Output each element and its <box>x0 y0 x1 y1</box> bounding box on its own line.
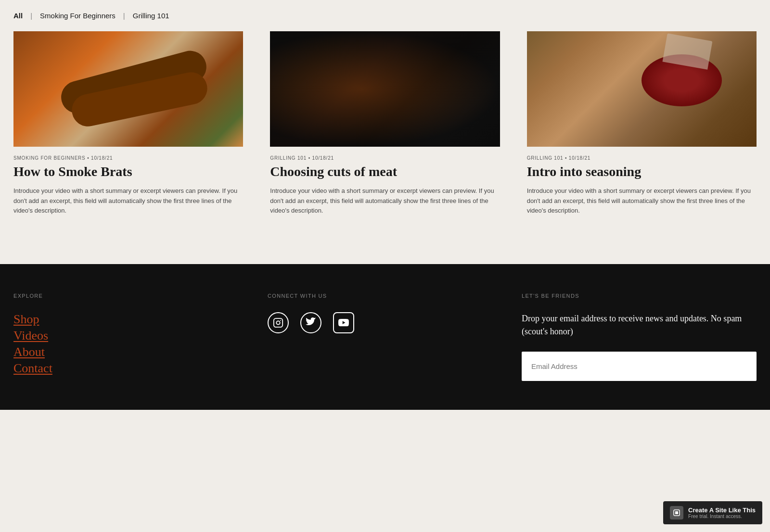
video-title-2: Choosing cuts of meat <box>270 165 500 179</box>
filter-smoking[interactable]: Smoking For Beginners <box>40 12 116 20</box>
explore-label: EXPLORE <box>13 293 248 299</box>
footer-explore: EXPLORE Shop Videos About Contact <box>13 293 248 381</box>
explore-link-videos[interactable]: Videos <box>13 329 248 343</box>
newsletter-text: Drop your email address to receive news … <box>522 312 757 338</box>
explore-link-about[interactable]: About <box>13 345 248 359</box>
friends-label: LET'S BE FRIENDS <box>522 293 757 299</box>
email-input[interactable] <box>522 352 757 381</box>
videos-link[interactable]: Videos <box>13 329 48 342</box>
svg-point-2 <box>280 320 281 321</box>
shop-link[interactable]: Shop <box>13 312 39 326</box>
svg-rect-0 <box>274 318 282 327</box>
video-category-3: GRILLING 101 • 10/18/21 <box>527 155 757 161</box>
video-card-2[interactable]: GRILLING 101 • 10/18/21 Choosing cuts of… <box>257 31 513 235</box>
video-grid: SMOKING FOR BEGINNERS • 10/18/21 How to … <box>0 31 770 264</box>
explore-link-contact[interactable]: Contact <box>13 361 248 376</box>
explore-link-shop[interactable]: Shop <box>13 312 248 327</box>
video-excerpt-2: Introduce your video with a short summar… <box>270 186 500 216</box>
video-title-3: Intro into seasoning <box>527 165 757 179</box>
video-thumbnail-1 <box>13 31 243 147</box>
filter-nav: All | Smoking For Beginners | Grilling 1… <box>0 0 770 31</box>
filter-all[interactable]: All <box>13 12 23 20</box>
video-title-1: How to Smoke Brats <box>13 165 243 179</box>
separator-1: | <box>30 12 32 20</box>
video-category-1: SMOKING FOR BEGINNERS • 10/18/21 <box>13 155 243 161</box>
instagram-icon[interactable] <box>268 312 289 333</box>
footer: EXPLORE Shop Videos About Contact CONNEC… <box>0 264 770 410</box>
video-thumbnail-3 <box>527 31 757 147</box>
footer-connect: CONNECT WITH US <box>268 293 502 381</box>
svg-point-1 <box>276 321 280 325</box>
video-category-2: GRILLING 101 • 10/18/21 <box>270 155 500 161</box>
about-link[interactable]: About <box>13 345 45 359</box>
youtube-icon[interactable] <box>333 312 354 333</box>
video-thumbnail-2 <box>270 31 500 147</box>
connect-label: CONNECT WITH US <box>268 293 502 299</box>
video-card-1[interactable]: SMOKING FOR BEGINNERS • 10/18/21 How to … <box>0 31 257 235</box>
social-icons <box>268 312 502 333</box>
email-input-wrap <box>522 352 757 381</box>
explore-links: Shop Videos About Contact <box>13 312 248 376</box>
contact-link[interactable]: Contact <box>13 361 52 375</box>
video-excerpt-3: Introduce your video with a short summar… <box>527 186 757 216</box>
video-excerpt-1: Introduce your video with a short summar… <box>13 186 243 216</box>
twitter-icon[interactable] <box>300 312 321 333</box>
video-card-3[interactable]: GRILLING 101 • 10/18/21 Intro into seaso… <box>513 31 770 235</box>
separator-2: | <box>123 12 125 20</box>
filter-grilling[interactable]: Grilling 101 <box>133 12 169 20</box>
footer-newsletter: LET'S BE FRIENDS Drop your email address… <box>522 293 757 381</box>
